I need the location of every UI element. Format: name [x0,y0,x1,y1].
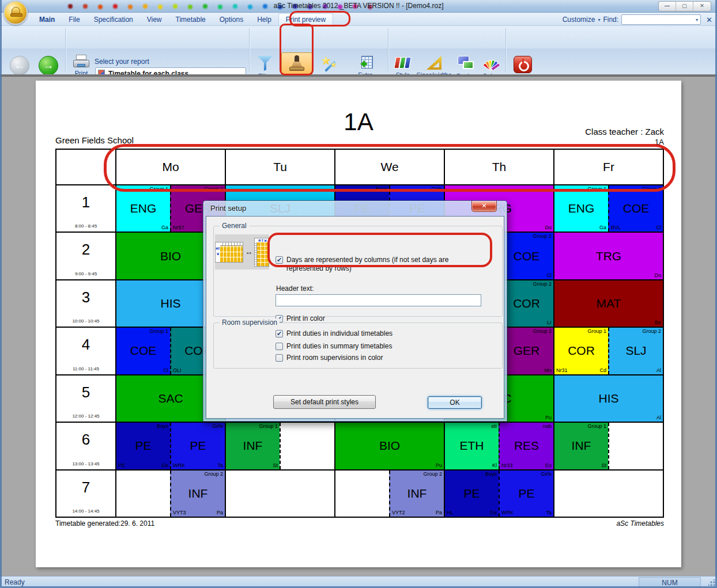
checkbox-checked-icon: ✔ [276,256,283,264]
close-ribbon-icon[interactable]: ✕ [706,16,712,24]
lesson: ENGGroup 1Ga [116,185,170,232]
room-supervision-label: Room supervision [220,318,280,327]
app-logo-bell-icon [12,7,20,15]
tab-file[interactable]: File [62,14,86,25]
timetable-cell[interactable]: INFGroup 1St [226,423,335,469]
teacher-label: Kl [492,463,497,468]
header-text-label: Header text: [276,284,314,293]
subject-label: COE [514,249,540,263]
period-label: 714:00 - 14:45 [56,471,116,517]
timetable-cell[interactable]: ENGGroup 1GaCOEGroup 2BVLCl [554,185,663,232]
tab-specification[interactable]: Specification [87,14,140,25]
tab-timetable[interactable]: Timetable [169,14,213,25]
teacher-label: St [273,463,278,468]
subject-label: PE [463,487,480,500]
find-row: Customize ▾ Find: ▾ ✕ [563,14,712,25]
room-label: OLI [173,368,182,373]
swap-arrow-icon: ↔ [245,248,252,256]
group-label: Boys [485,472,497,477]
print-in-color-checkbox[interactable]: ✔ Print in color [276,314,325,323]
group-label: Girls [541,472,552,477]
teacher-label: Cl [547,273,552,278]
teacher-label: Cl [656,225,662,230]
timetable-cell[interactable] [226,471,335,517]
tab-print-preview[interactable]: Print preview [278,13,333,25]
tab-help[interactable]: Help [250,14,278,25]
checkbox-checked-icon: ✔ [276,330,283,337]
minimize-button[interactable]: — [659,2,676,11]
timetable-cell[interactable]: PEBoysPEGePEGirlsWRKTa [116,423,226,469]
close-button[interactable]: ✕ [693,2,711,11]
day-header: Fr [554,150,663,184]
group-separator [65,28,66,72]
find-caret-icon: ▾ [696,17,698,22]
timetable-cell[interactable]: INFGroup 2VYT2Pa [335,471,445,517]
tab-options[interactable]: Options [213,14,250,25]
subject-label: INF [188,487,208,500]
group-label: Group 2 [642,187,661,192]
timetable-cell[interactable]: TRGDo [554,233,663,279]
subject-label: COE [130,344,157,358]
timetable-cell[interactable]: HISAl [554,375,663,422]
group-separator [505,28,506,72]
class-teacher-label: Class teacher : Zack [585,127,664,136]
dialog-close-button[interactable]: ✕ [471,201,497,212]
teacher-label: St [601,463,606,468]
teacher-label: Mo [544,368,552,373]
timetable-header-row: MoTuWeThFr [56,150,663,185]
timetable-cell[interactable]: INFGroup 1St [554,423,663,469]
timetable-cell[interactable]: ETHetiKlRESnabNr33Eo [445,423,554,469]
room-label: HL [447,510,454,515]
empty-slot [116,471,170,517]
customize-button[interactable]: Customize [563,16,595,24]
header-text-input[interactable] [276,294,481,306]
group-label: Girls [432,187,443,192]
empty-slot [226,471,334,517]
tab-main[interactable]: Main [32,14,62,25]
duties-summary-checkbox[interactable]: Print duties in summary timetables [276,342,392,351]
period-number: 3 [56,289,115,306]
lesson: PEGirlsWRKTa [499,471,553,517]
supervisions-color-label: Print room supervisions in color [286,354,383,362]
group-label: Group 2 [204,187,223,192]
days-columns-checkbox[interactable]: ✔ Days are represented by columns (if no… [276,256,486,273]
room-label: Nr33 [501,463,513,468]
arrow-left-icon: ← [10,56,29,75]
lesson: PEBoysPEGe [116,423,170,469]
teacher-label: Al [656,368,661,373]
brand-label: aSc Timetables [616,519,664,528]
color-fan-icon [483,56,500,71]
printer-icon [73,55,89,67]
period-label: 411:00 - 11:45 [56,328,116,374]
maximize-button[interactable]: ▢ [676,2,693,11]
find-input[interactable]: ▾ [621,14,701,25]
timetable-cell[interactable]: CORGroup 1Nr31CdSLJGroup 2Al [554,328,663,374]
timetable-cell[interactable] [554,471,663,517]
group-label: Group 1 [149,329,168,334]
day-header: Tu [226,150,335,184]
timetable-cell[interactable]: INFGroup 2VYT3Pa [116,471,226,517]
find-label: Find: [603,16,618,24]
duties-summary-label: Print duties in summary timetables [286,342,392,351]
tab-view[interactable]: View [140,14,169,25]
duties-individual-checkbox[interactable]: ✔ Print duties in individual timetables [276,329,393,338]
group-label: Boys [376,187,387,192]
resize-grip[interactable] [708,579,715,586]
supervisions-color-checkbox[interactable]: Print room supervisions in color [276,354,383,362]
app-logo[interactable] [3,1,28,25]
lesson: COEGroup 2BVLCl [608,185,663,232]
subject-label: COR [568,344,595,358]
print-in-color-label: Print in color [286,314,325,323]
teacher-label: Do [654,273,661,278]
group-label: Group 1 [587,187,606,192]
timetable-cell[interactable]: MATBe [554,280,663,327]
timetable-cell[interactable]: PEBoysHLGePEGirlsWRKTa [445,471,554,517]
room-label: VYT2 [392,510,405,515]
timetable-cell[interactable]: BIOPu [335,423,445,469]
ok-button[interactable]: OK [428,396,482,409]
group-label: Group 1 [259,424,278,429]
group-label: Girls [213,424,224,429]
period-number: 6 [56,431,115,449]
set-default-print-styles-button[interactable]: Set default print styles [273,395,376,409]
group-label: Group 1 [587,329,606,334]
